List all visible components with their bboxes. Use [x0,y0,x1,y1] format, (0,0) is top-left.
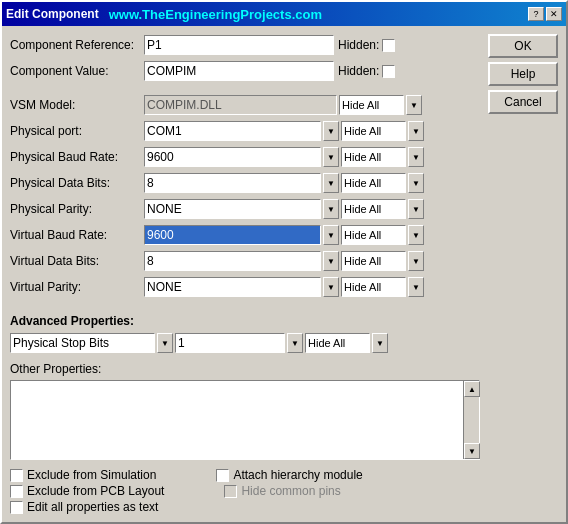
hidden-check-1: Hidden: [338,38,395,52]
virtual-baud-row: Virtual Baud Rate: 9600 ▼ Hide All ▼ [10,224,480,246]
physical-baud-combo-group: 9600 ▼ Hide All ▼ [144,147,424,167]
exclude-pcb-label: Exclude from PCB Layout [27,484,164,498]
edit-all-item: Edit all properties as text [10,500,158,514]
virtual-parity-dropdown-btn[interactable]: ▼ [323,277,339,297]
physical-baud-dropdown-btn[interactable]: ▼ [323,147,339,167]
exclude-sim-checkbox[interactable] [10,469,23,482]
component-value-input[interactable] [144,61,334,81]
window-title: Edit Component [6,7,99,21]
virtual-data-combo[interactable]: 8 [144,251,321,271]
component-reference-label: Component Reference: [10,38,140,52]
help-button[interactable]: Help [488,62,558,86]
virtual-data-label: Virtual Data Bits: [10,254,140,268]
form-area: Component Reference: Hidden: Component V… [10,34,480,514]
physical-baud-combo[interactable]: 9600 [144,147,321,167]
advanced-props-row: Physical Stop Bits ▼ 1 ▼ Hide All ▼ [10,332,480,354]
virtual-data-combo-group: 8 ▼ Hide All ▼ [144,251,424,271]
bottom-checkboxes: Exclude from Simulation Attach hierarchy… [10,468,480,514]
adv-value-combo[interactable]: 1 [175,333,285,353]
virtual-baud-hide-btn[interactable]: ▼ [408,225,424,245]
virtual-data-dropdown-btn[interactable]: ▼ [323,251,339,271]
other-props-box: ▲ ▼ [10,380,480,460]
hidden-checkbox-1[interactable] [382,39,395,52]
exclude-pcb-checkbox[interactable] [10,485,23,498]
physical-baud-label: Physical Baud Rate: [10,150,140,164]
virtual-parity-hide-combo: Hide All [341,277,406,297]
adv-hide-btn[interactable]: ▼ [372,333,388,353]
vsm-hide-all-dropdown-btn[interactable]: ▼ [406,95,422,115]
physical-data-label: Physical Data Bits: [10,176,140,190]
attach-hierarchy-item: Attach hierarchy module [216,468,362,482]
component-value-row: Component Value: Hidden: [10,60,480,82]
adv-prop-dropdown-btn[interactable]: ▼ [157,333,173,353]
exclude-sim-item: Exclude from Simulation [10,468,156,482]
physical-parity-dropdown-btn[interactable]: ▼ [323,199,339,219]
virtual-baud-combo[interactable]: 9600 [144,225,321,245]
physical-data-hide-btn[interactable]: ▼ [408,173,424,193]
component-reference-row: Component Reference: Hidden: [10,34,480,56]
physical-port-dropdown-btn[interactable]: ▼ [323,121,339,141]
physical-parity-row: Physical Parity: NONE ▼ Hide All ▼ [10,198,480,220]
hidden-label-2: Hidden: [338,64,379,78]
spacer2 [10,302,480,306]
ok-button[interactable]: OK [488,34,558,58]
scroll-down-btn[interactable]: ▼ [464,443,480,459]
scroll-up-btn[interactable]: ▲ [464,381,480,397]
physical-parity-hide-btn[interactable]: ▼ [408,199,424,219]
vsm-model-label: VSM Model: [10,98,140,112]
hidden-checkbox-2[interactable] [382,65,395,78]
physical-baud-row: Physical Baud Rate: 9600 ▼ Hide All ▼ [10,146,480,168]
physical-data-dropdown-btn[interactable]: ▼ [323,173,339,193]
hidden-label-1: Hidden: [338,38,379,52]
virtual-baud-label: Virtual Baud Rate: [10,228,140,242]
title-bar-buttons: ? ✕ [528,7,562,21]
physical-parity-hide-combo: Hide All [341,199,406,219]
component-reference-input[interactable] [144,35,334,55]
physical-parity-combo[interactable]: NONE [144,199,321,219]
adv-prop-combo[interactable]: Physical Stop Bits [10,333,155,353]
physical-data-combo-group: 8 ▼ Hide All ▼ [144,173,424,193]
vsm-model-input[interactable] [144,95,337,115]
virtual-baud-hide-combo: Hide All [341,225,406,245]
other-props-scrollbar[interactable]: ▲ ▼ [463,381,479,459]
virtual-baud-combo-group: 9600 ▼ Hide All ▼ [144,225,424,245]
virtual-data-hide-btn[interactable]: ▼ [408,251,424,271]
hidden-check-2: Hidden: [338,64,395,78]
check-row-3: Edit all properties as text [10,500,480,514]
virtual-parity-combo[interactable]: NONE [144,277,321,297]
edit-all-label: Edit all properties as text [27,500,158,514]
help-icon-btn[interactable]: ? [528,7,544,21]
physical-data-hide-combo: Hide All [341,173,406,193]
title-bar: Edit Component www.TheEngineeringProject… [2,2,566,26]
physical-port-combo[interactable]: COM1 [144,121,321,141]
exclude-pcb-item: Exclude from PCB Layout [10,484,164,498]
title-bar-left: Edit Component www.TheEngineeringProject… [6,7,322,22]
virtual-parity-hide-btn[interactable]: ▼ [408,277,424,297]
physical-port-hide-combo: Hide All [341,121,406,141]
attach-hierarchy-label: Attach hierarchy module [233,468,362,482]
physical-port-row: Physical port: COM1 ▼ Hide All ▼ [10,120,480,142]
physical-port-hide-btn[interactable]: ▼ [408,121,424,141]
physical-baud-hide-combo: Hide All [341,147,406,167]
close-button[interactable]: ✕ [546,7,562,21]
adv-hide-combo: Hide All [305,333,370,353]
edit-all-checkbox[interactable] [10,501,23,514]
physical-baud-hide-btn[interactable]: ▼ [408,147,424,167]
hide-common-label: Hide common pins [241,484,340,498]
attach-hierarchy-checkbox[interactable] [216,469,229,482]
virtual-parity-row: Virtual Parity: NONE ▼ Hide All ▼ [10,276,480,298]
physical-data-combo[interactable]: 8 [144,173,321,193]
vsm-hide-all-combo: Hide All [339,95,404,115]
physical-parity-combo-group: NONE ▼ Hide All ▼ [144,199,424,219]
adv-value-dropdown-btn[interactable]: ▼ [287,333,303,353]
scroll-thumb[interactable] [464,397,479,443]
component-value-label: Component Value: [10,64,140,78]
vsm-model-group: Hide All ▼ [144,95,422,115]
cancel-button[interactable]: Cancel [488,90,558,114]
window-url: www.TheEngineeringProjects.com [109,7,322,22]
virtual-baud-dropdown-btn[interactable]: ▼ [323,225,339,245]
check-row-1: Exclude from Simulation Attach hierarchy… [10,468,480,482]
adv-prop-group: Physical Stop Bits ▼ 1 ▼ Hide All ▼ [10,333,388,353]
edit-component-window: Edit Component www.TheEngineeringProject… [0,0,568,524]
hide-common-item: Hide common pins [224,484,340,498]
